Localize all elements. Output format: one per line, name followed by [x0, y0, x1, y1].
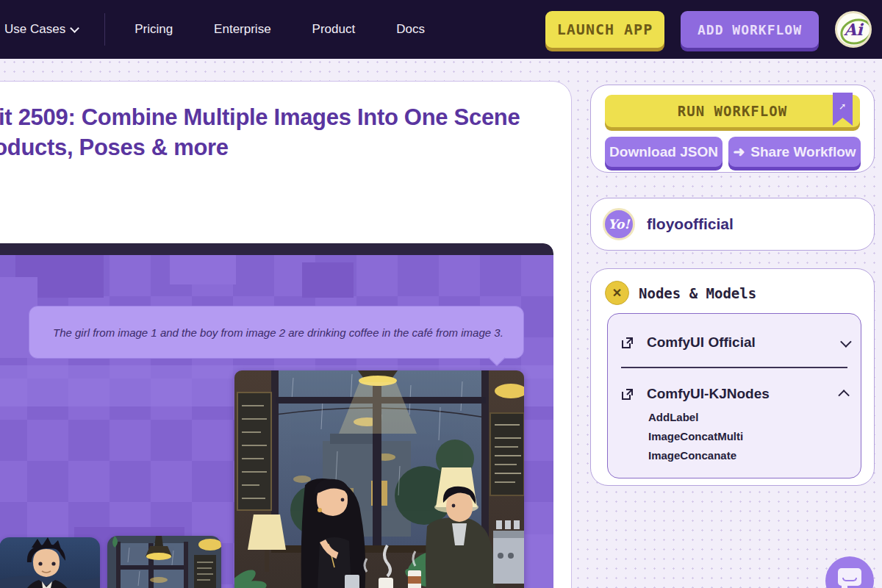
launch-app-button[interactable]: LAUNCH APP [545, 11, 664, 48]
page-title-line2: Products, Poses & more [0, 135, 229, 160]
workflow-detail-card: Edit 2509: Combine Multiple Images Into … [0, 81, 572, 588]
run-workflow-button[interactable]: RUN WORKFLOW ➚ [605, 95, 860, 127]
nodes-models-card: ✕ Nodes & Models ComfyUI Official [590, 268, 875, 486]
site-logo[interactable]: Ai [835, 11, 872, 48]
nav-divider [104, 13, 105, 46]
chevron-down-icon[interactable] [840, 336, 852, 348]
author-avatar: Yo! [603, 208, 635, 240]
node-group-label: ComfyUI-KJNodes [647, 386, 770, 402]
input-image-boy-thumbnail[interactable] [0, 537, 100, 588]
canvas-block [302, 262, 354, 298]
result-image-cafe-scene[interactable] [234, 370, 524, 588]
page-title: Edit 2509: Combine Multiple Images Into … [0, 102, 543, 162]
chat-smile-icon [842, 578, 857, 581]
share-workflow-button[interactable]: ➜ Share Workflow [728, 137, 861, 167]
close-icon[interactable]: ✕ [605, 281, 629, 305]
prompt-text: The girl from image 1 and the boy from i… [53, 326, 503, 339]
workflow-canvas: The girl from image 1 and the boy from i… [0, 255, 553, 588]
input-image-cafe-thumbnail[interactable] [107, 536, 221, 588]
prompt-bubble-tail [489, 350, 506, 367]
author-name[interactable]: floyoofficial [647, 215, 734, 233]
external-link-icon [621, 337, 634, 349]
workflow-screenshot: The girl from image 1 and the boy from i… [0, 243, 553, 588]
boy-thumbnail-illustration [0, 537, 100, 588]
nav-link-product[interactable]: Product [312, 22, 356, 37]
node-item-imageconcatmulti[interactable]: ImageConcatMulti [648, 430, 743, 442]
canvas-block [170, 255, 236, 284]
cafe-scene-illustration [234, 370, 524, 588]
external-link-icon [621, 388, 634, 401]
nav-links: Pricing Enterprise Product Docs [135, 22, 425, 37]
nodes-divider [621, 367, 847, 368]
kjnodes-sub-items: AddLabel ImageConcatMulti ImageConcanate [648, 411, 743, 462]
node-item-imageconcanate[interactable]: ImageConcanate [648, 449, 743, 462]
nav-use-cases[interactable]: Use Cases [4, 22, 78, 37]
author-card[interactable]: Yo! floyoofficial [590, 198, 875, 251]
site-logo-text: Ai [844, 20, 862, 39]
top-navbar: Use Cases Pricing Enterprise Product Doc… [0, 0, 882, 59]
node-group-comfyui-kjnodes[interactable]: ComfyUI-KJNodes [621, 384, 849, 404]
chat-fab-button[interactable] [825, 556, 874, 588]
node-group-label: ComfyUI Official [647, 334, 756, 351]
nav-link-enterprise[interactable]: Enterprise [214, 22, 270, 37]
share-arrow-icon: ➜ [733, 143, 745, 160]
chat-bubble-icon [838, 568, 861, 586]
download-json-button[interactable]: Download JSON [605, 137, 723, 167]
workflow-window-titlebar [0, 243, 553, 255]
run-workflow-label: RUN WORKFLOW [678, 103, 787, 119]
nav-link-docs[interactable]: Docs [396, 22, 425, 37]
node-item-addlabel[interactable]: AddLabel [648, 411, 743, 423]
cafe-thumbnail-illustration [107, 536, 221, 588]
add-workflow-button[interactable]: ADD WORKFLOW [681, 11, 819, 48]
node-group-comfyui-official[interactable]: ComfyUI Official [621, 332, 849, 353]
page-title-line1: Edit 2509: Combine Multiple Images Into … [0, 104, 520, 130]
workflow-actions-card: RUN WORKFLOW ➚ Download JSON ➜ Share Wor… [590, 85, 875, 173]
nodes-list: ComfyUI Official ComfyUI-KJNodes AddLabe… [607, 313, 861, 478]
chevron-up-icon[interactable] [838, 390, 850, 401]
nav-use-cases-label: Use Cases [4, 22, 65, 37]
trend-arrow-icon: ➚ [839, 101, 846, 112]
chevron-down-icon [70, 24, 79, 33]
bookmark-ribbon-icon: ➚ [833, 93, 853, 126]
prompt-bubble: The girl from image 1 and the boy from i… [29, 306, 524, 359]
nodes-models-header: ✕ Nodes & Models [605, 281, 756, 305]
nodes-models-title: Nodes & Models [639, 285, 756, 301]
nav-link-pricing[interactable]: Pricing [135, 22, 173, 37]
nav-right-group: LAUNCH APP ADD WORKFLOW Ai [545, 0, 872, 59]
share-workflow-label: Share Workflow [750, 144, 856, 160]
